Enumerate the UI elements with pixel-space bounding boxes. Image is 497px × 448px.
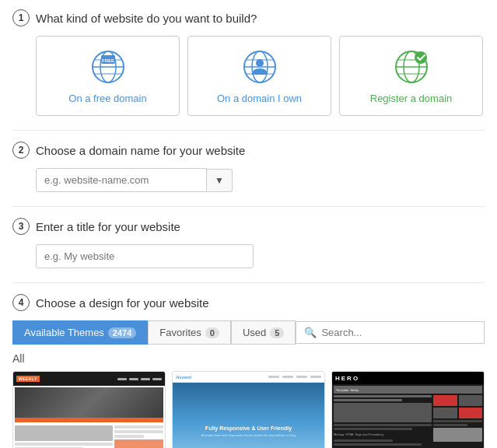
nav-dot-4 <box>152 378 162 380</box>
step-1-header: 1 What kind of website do you want to bu… <box>12 9 485 26</box>
theme-ascent-title: Fully Responsive & User Friendly <box>205 425 292 431</box>
theme-weekly-preview: WEEKLY <box>13 372 165 448</box>
step-4: 4 Choose a design for your website Avail… <box>12 294 485 448</box>
domain-dropdown-button[interactable]: ▼ <box>207 169 233 192</box>
theme-hero-main: Markup: HTML Tags and Formatting <box>334 395 432 448</box>
theme-ascent-hero: Fully Responsive & User Friendly A simpl… <box>173 383 324 448</box>
search-icon: 🔍 <box>304 327 317 338</box>
divider-3 <box>12 282 485 283</box>
free-domain-label: On a free domain <box>68 93 146 104</box>
step-4-header: 4 Choose a design for your website <box>12 294 485 311</box>
tab-favorites-label: Favorites <box>159 327 201 338</box>
theme-hero-line1 <box>334 395 432 397</box>
theme-hero-text: Markup: HTML Tags and Formatting <box>334 432 432 436</box>
theme-ascent-nav3 <box>296 376 307 378</box>
theme-hero-red2 <box>459 408 483 418</box>
theme-hero-preview: HERO Template: Sticky Markup: HTML Tags … <box>332 372 484 448</box>
theme-hero-line2 <box>334 399 402 401</box>
theme-weekly-img2 <box>114 439 163 448</box>
theme-weekly-hero <box>15 387 163 422</box>
main-container: 1 What kind of website do you want to bu… <box>0 0 497 448</box>
step-2-number: 2 <box>12 142 30 159</box>
step-1-title: What kind of website do you want to buil… <box>36 12 257 25</box>
step-2-header: 2 Choose a domain name for your website <box>12 142 485 159</box>
theme-ascent-nav <box>268 376 321 378</box>
theme-weekly-sidebar <box>114 425 163 448</box>
step-2-title: Choose a domain name for your website <box>36 144 245 157</box>
step-4-title: Choose a design for your website <box>36 296 209 310</box>
theme-hero-line3 <box>334 424 432 426</box>
domain-input[interactable] <box>36 168 207 192</box>
theme-hero-grid1 <box>433 395 482 406</box>
step-3-title: Enter a title for your website <box>36 220 180 233</box>
tab-available-label: Available Themes <box>24 327 104 338</box>
theme-hero-content: Markup: HTML Tags and Formatting <box>332 394 484 448</box>
own-domain-label: On a domain I own <box>217 93 302 104</box>
theme-ascent-preview: Ascent Fully Responsive & User Friendly … <box>173 372 324 448</box>
domain-cards: FREE On a free domain On a domain I own <box>36 36 485 116</box>
theme-weekly-header: WEEKLY <box>13 372 165 386</box>
theme-weekly-img1 <box>15 425 113 441</box>
theme-previews: WEEKLY <box>12 371 485 448</box>
divider-2 <box>12 206 485 207</box>
tab-favorites[interactable]: Favorites 0 <box>148 320 231 345</box>
theme-hero-subheader-label: Template: Sticky <box>336 388 359 392</box>
step-3-header: 3 Enter a title for your website <box>12 218 485 235</box>
theme-card-hero[interactable]: HERO Template: Sticky Markup: HTML Tags … <box>331 371 485 448</box>
globe-free-icon: FREE <box>89 47 128 86</box>
tab-used-label: Used <box>243 327 266 338</box>
design-tabs: Available Themes 2474 Favorites 0 Used 5… <box>12 320 485 345</box>
step-3-number: 3 <box>12 218 30 235</box>
theme-ascent-nav2 <box>282 376 293 378</box>
tab-available-badge: 2474 <box>108 327 136 338</box>
theme-weekly-sline3 <box>114 435 144 438</box>
search-box[interactable]: 🔍 <box>296 321 485 344</box>
step-2: 2 Choose a domain name for your website … <box>12 142 485 192</box>
step-1-number: 1 <box>12 9 30 26</box>
theme-card-ascent[interactable]: Ascent Fully Responsive & User Friendly … <box>172 371 325 448</box>
step-3: 3 Enter a title for your website <box>12 218 485 268</box>
theme-hero-grey2 <box>433 408 457 418</box>
svg-point-12 <box>256 59 264 67</box>
theme-hero-grey1 <box>459 395 483 406</box>
svg-text:FREE: FREE <box>101 58 114 63</box>
register-domain-label: Register a domain <box>370 93 453 104</box>
nav-dot-1 <box>117 378 127 380</box>
theme-hero-img1 <box>334 403 432 422</box>
theme-hero-sline2 <box>433 424 467 426</box>
theme-ascent-nav1 <box>268 376 279 378</box>
theme-hero-red1 <box>433 395 457 406</box>
tab-available[interactable]: Available Themes 2474 <box>12 320 148 345</box>
tab-used[interactable]: Used 5 <box>231 320 296 345</box>
theme-weekly-content <box>13 424 165 448</box>
theme-hero-img2 <box>433 428 482 442</box>
own-domain-card[interactable]: On a domain I own <box>187 36 331 116</box>
website-title-input[interactable] <box>36 244 254 268</box>
step-1: 1 What kind of website do you want to bu… <box>12 9 485 116</box>
theme-weekly-nav <box>117 378 162 380</box>
divider-1 <box>12 130 485 131</box>
all-themes-label: All <box>12 352 485 365</box>
nav-dot-3 <box>141 378 150 380</box>
step-4-number: 4 <box>12 294 30 311</box>
theme-ascent-nav4 <box>310 376 321 378</box>
search-input[interactable] <box>321 327 476 338</box>
theme-hero-header: HERO <box>332 372 484 384</box>
theme-weekly-strip <box>15 418 163 422</box>
theme-hero-sidebar <box>433 395 482 448</box>
theme-ascent-subtitle: A simple clean and responsive theme perf… <box>194 433 303 437</box>
tab-used-badge: 5 <box>270 327 284 338</box>
register-domain-card[interactable]: Register a domain <box>339 36 483 116</box>
theme-hero-line6 <box>334 443 422 446</box>
theme-hero-grid2 <box>433 408 482 418</box>
theme-ascent-logo: Ascent <box>176 375 191 380</box>
free-domain-card[interactable]: FREE On a free domain <box>36 36 180 116</box>
theme-card-weekly[interactable]: WEEKLY <box>12 371 166 448</box>
theme-hero-line4 <box>334 428 412 430</box>
theme-hero-line5 <box>334 439 393 442</box>
svg-point-18 <box>415 51 427 64</box>
nav-dot-2 <box>129 378 138 380</box>
theme-weekly-main <box>15 425 113 448</box>
tab-favorites-badge: 0 <box>205 327 219 338</box>
theme-weekly-sline2 <box>114 430 163 433</box>
